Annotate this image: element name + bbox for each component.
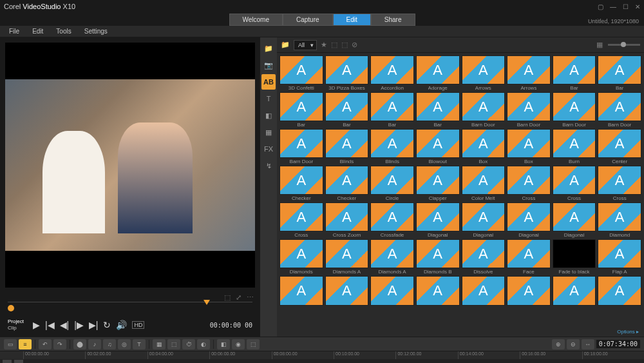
transition-item[interactable]: Cross: [279, 202, 323, 238]
media-tab-icon[interactable]: 📁: [261, 41, 276, 56]
transition-item[interactable]: Burn: [553, 129, 596, 164]
options-link[interactable]: Options ▸: [617, 329, 639, 335]
tab-edit[interactable]: Edit: [333, 14, 371, 26]
transition-item[interactable]: Diamonds B: [416, 239, 460, 275]
transition-item[interactable]: Barn Door: [507, 92, 551, 128]
apply-current-icon[interactable]: ⬚: [341, 41, 348, 49]
loop-button[interactable]: ↻: [103, 320, 111, 330]
transition-item[interactable]: Blinds: [325, 129, 369, 164]
remove-icon[interactable]: ⊘: [352, 41, 357, 49]
menu-file[interactable]: File: [3, 26, 26, 36]
transition-item[interactable]: Diagonal: [507, 202, 551, 238]
scrubber[interactable]: [8, 302, 252, 313]
disc-button[interactable]: ◉: [232, 339, 245, 349]
scrubber-start[interactable]: [8, 305, 14, 311]
menu-settings[interactable]: Settings: [78, 26, 114, 36]
transition-item[interactable]: Diamonds A: [370, 239, 414, 275]
transition-item[interactable]: Circle: [370, 166, 414, 201]
undo-button[interactable]: ↶: [39, 339, 52, 349]
zoom-in-button[interactable]: ⊕: [552, 339, 565, 349]
transition-item[interactable]: Barn Door: [598, 92, 641, 128]
favorite-icon[interactable]: ★: [321, 41, 327, 49]
pan-zoom-button[interactable]: ⬚: [167, 339, 180, 349]
preview-video[interactable]: [5, 43, 255, 288]
transition-item[interactable]: Blowout: [416, 129, 460, 164]
transition-item[interactable]: Flap A: [598, 239, 641, 275]
transition-item[interactable]: Checker: [325, 166, 369, 201]
play-button[interactable]: ▶: [33, 320, 40, 330]
motion-track-button[interactable]: ◎: [118, 339, 131, 349]
next-frame-button[interactable]: |▶: [74, 320, 84, 330]
transition-item[interactable]: Color Melt: [462, 166, 506, 201]
overflow-icon[interactable]: ▢: [598, 3, 603, 10]
transition-item[interactable]: Cross: [553, 166, 596, 201]
minimize-button[interactable]: —: [610, 3, 616, 10]
transition-item[interactable]: [462, 276, 506, 306]
transition-item[interactable]: Barn Door: [462, 92, 506, 128]
transition-item[interactable]: Dissolve: [462, 239, 506, 275]
zoom-out-button[interactable]: ⊖: [567, 339, 580, 349]
end-button[interactable]: ▶|: [89, 320, 99, 330]
graphic-tab-icon[interactable]: ◧: [261, 108, 276, 123]
add-folder-icon[interactable]: 📁: [281, 41, 290, 49]
transition-item[interactable]: Clapper: [416, 166, 460, 201]
transition-item[interactable]: [416, 276, 460, 306]
transition-item[interactable]: 3D Confetti: [279, 55, 323, 91]
tab-capture[interactable]: Capture: [283, 14, 333, 26]
apply-random-icon[interactable]: ⬚: [331, 41, 337, 49]
transition-item[interactable]: Barn Door: [553, 92, 596, 128]
sort-icon[interactable]: ▦: [596, 41, 603, 49]
crop-icon[interactable]: ⬚: [224, 293, 231, 302]
transition-item[interactable]: 3D Pizza Boxes: [325, 55, 369, 91]
hd-badge[interactable]: HD: [132, 321, 144, 329]
scrubber-playhead[interactable]: [204, 300, 210, 305]
transition-item[interactable]: Bar: [553, 55, 596, 91]
menu-tools[interactable]: Tools: [50, 26, 77, 36]
transition-item[interactable]: Cross: [598, 166, 641, 201]
menu-edit[interactable]: Edit: [26, 26, 50, 36]
transition-item[interactable]: Blinds: [370, 129, 414, 164]
transition-item[interactable]: Bar: [370, 92, 414, 128]
transition-tab-icon[interactable]: AB: [261, 74, 276, 90]
subtitle-button[interactable]: T: [133, 339, 146, 349]
transition-item[interactable]: Adorage: [416, 55, 460, 91]
playback-mode[interactable]: ProjectClip: [8, 319, 24, 331]
more-icon[interactable]: ⋯: [247, 293, 254, 302]
tab-share[interactable]: Share: [371, 14, 415, 26]
transition-item[interactable]: [553, 276, 596, 306]
track-toggle-icon[interactable]: [3, 360, 12, 364]
category-filter[interactable]: All: [294, 40, 317, 50]
path-tab-icon[interactable]: ↯: [261, 158, 276, 173]
close-button[interactable]: ✕: [635, 3, 640, 10]
expand-icon[interactable]: ⤢: [236, 293, 242, 302]
transition-item[interactable]: Diagonal: [416, 202, 460, 238]
transition-item[interactable]: Bar: [325, 92, 369, 128]
mask-button[interactable]: ◐: [197, 339, 210, 349]
transition-item[interactable]: Barn Door: [279, 129, 323, 164]
transition-item[interactable]: [370, 276, 414, 306]
transition-item[interactable]: Checker: [279, 166, 323, 201]
volume-button[interactable]: 🔊: [116, 320, 127, 330]
transition-item[interactable]: Cross Zoom: [325, 202, 369, 238]
transition-item[interactable]: [279, 276, 323, 306]
timeline-view-button[interactable]: ≡: [19, 339, 32, 349]
prev-frame-button[interactable]: ◀|: [60, 320, 70, 330]
storyboard-view-button[interactable]: ▭: [4, 339, 17, 349]
transition-item[interactable]: Arrows: [462, 55, 506, 91]
transition-item[interactable]: [598, 276, 641, 306]
transition-item[interactable]: Box: [462, 129, 506, 164]
transition-item[interactable]: Accordion: [370, 55, 414, 91]
track-toggle-icon[interactable]: [14, 360, 23, 364]
title-tab-icon[interactable]: T: [261, 91, 276, 106]
home-button[interactable]: |◀: [45, 320, 55, 330]
tab-welcome[interactable]: Welcome: [229, 14, 283, 26]
auto-music-button[interactable]: ♫: [103, 339, 116, 349]
transition-item[interactable]: [507, 276, 551, 306]
mixer-button[interactable]: ♪: [88, 339, 101, 349]
fx-tab-icon[interactable]: FX: [261, 141, 276, 157]
multicam-button[interactable]: ▦: [153, 339, 166, 349]
zoom-slider[interactable]: [608, 44, 640, 46]
instant-tab-icon[interactable]: 📷: [261, 57, 276, 73]
transition-item[interactable]: Bar: [416, 92, 460, 128]
transition-item[interactable]: Diamonds: [279, 239, 323, 275]
